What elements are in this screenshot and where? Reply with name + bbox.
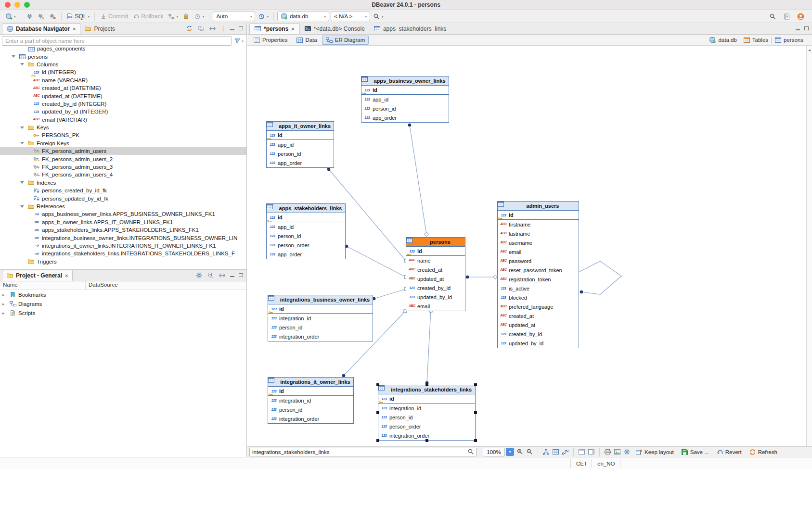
maximize-window-button[interactable]	[24, 2, 30, 8]
tree-item[interactable]: Triggers	[0, 258, 246, 265]
entity-field-person_id[interactable]: 123person_id	[268, 405, 353, 414]
zoom-out-icon[interactable]	[526, 449, 533, 455]
new-connection-button[interactable]: ▾	[4, 11, 17, 22]
edit-connection-button[interactable]	[36, 11, 46, 22]
entity-field-reset_password_token[interactable]: ABCreset_password_token	[498, 265, 579, 275]
breadcrumb-table[interactable]: persons	[774, 37, 803, 43]
entity-apps_it_owner_links[interactable]: apps_it_owner_links123id123app_id123pers…	[266, 121, 334, 168]
timezone-indicator[interactable]: CET	[570, 459, 593, 468]
tree-item[interactable]: pages_components	[0, 47, 246, 52]
transaction-log-button[interactable]: ▾	[193, 11, 206, 22]
commit-mode-select[interactable]: Auto▾	[213, 12, 255, 21]
entity-header[interactable]: apps_business_owner_links	[361, 76, 449, 86]
query-history-button[interactable]: ▾	[257, 11, 270, 22]
entity-field-person_order[interactable]: 123person_order	[267, 240, 345, 250]
close-tab-icon[interactable]: ×	[64, 273, 68, 278]
diagram-search-input[interactable]	[252, 449, 467, 455]
entity-field-is_active[interactable]: 123is_active	[498, 284, 579, 293]
minimize-view-icon[interactable]	[230, 273, 234, 277]
entity-admin_users[interactable]: admin_users123idABCfirstnameABClastnameA…	[497, 201, 579, 348]
collapse-all-icon[interactable]	[197, 25, 205, 32]
entity-field-id[interactable]: 123id	[268, 387, 353, 396]
tree-item[interactable]: ABCupdated_at (DATETIME)	[0, 92, 246, 100]
entity-field-updated_by_id[interactable]: 123updated_by_id	[406, 292, 465, 302]
selection-handle[interactable]	[376, 411, 379, 414]
column-header-name[interactable]: Name	[0, 281, 86, 290]
selection-handle[interactable]	[425, 383, 428, 386]
entity-field-firstname[interactable]: ABCfirstname	[498, 220, 579, 229]
tree-item[interactable]: ABCcreated_at (DATETIME)	[0, 84, 246, 92]
maximize-view-icon[interactable]	[239, 273, 243, 277]
tree-item[interactable]: PERSONS_PK	[0, 131, 246, 139]
tab-database-navigator[interactable]: Database Navigator ×	[2, 23, 80, 34]
tree-item[interactable]: persons_created_by_id_fk	[0, 187, 246, 194]
tree-item[interactable]: Columns	[0, 61, 246, 68]
entity-field-id[interactable]: 123id	[361, 86, 449, 95]
entity-field-id[interactable]: 123id	[378, 394, 475, 404]
entity-field-updated_at[interactable]: ABCupdated_at	[406, 274, 465, 283]
settings-gear-icon[interactable]	[195, 272, 203, 278]
editor-tab-persons[interactable]: *persons ×	[249, 23, 300, 34]
task-list-icon[interactable]	[783, 13, 790, 20]
lock-button[interactable]	[181, 11, 191, 22]
entity-field-app_order[interactable]: 123app_order	[267, 158, 334, 167]
palette-strip[interactable]: ◂	[806, 46, 812, 446]
entity-apps_business_owner_links[interactable]: apps_business_owner_links123id123app_id1…	[361, 76, 449, 123]
entity-field-id[interactable]: 123id	[498, 211, 579, 220]
entity-header[interactable]: integrations_business_owner_links	[268, 295, 373, 304]
database-select[interactable]: data.db▾	[277, 12, 329, 21]
entity-field-integration_id[interactable]: 123integration_id	[268, 396, 353, 405]
expander-icon[interactable]	[19, 61, 26, 67]
expander-icon[interactable]	[11, 53, 17, 60]
tree-item[interactable]: FK_persons_admin_users_3	[0, 163, 246, 171]
tree-item[interactable]: FK_persons_admin_users_4	[0, 171, 246, 178]
tree-item[interactable]: Foreign Keys	[0, 139, 246, 147]
tab-er-diagram[interactable]: ER Diagram	[322, 36, 369, 45]
user-avatar[interactable]	[797, 13, 804, 20]
entity-field-name[interactable]: ABCname	[406, 256, 465, 265]
toggle-palette-icon[interactable]	[578, 449, 585, 455]
entity-header[interactable]: apps_stakeholders_links	[267, 204, 345, 213]
entity-field-prefered_language[interactable]: ABCprefered_language	[498, 302, 579, 311]
expander-icon[interactable]	[19, 140, 26, 146]
refresh-button[interactable]: Refresh	[747, 447, 780, 457]
entity-field-id[interactable]: 123id	[267, 213, 345, 222]
entity-header[interactable]: integrations_it_owner_links	[268, 378, 353, 387]
tree-item[interactable]: persons_updated_by_id_fk	[0, 194, 246, 202]
entity-field-id[interactable]: 123id	[406, 247, 465, 256]
entity-field-id[interactable]: 123id	[267, 131, 334, 140]
toggle-outline-icon[interactable]	[588, 449, 595, 455]
connect-button[interactable]	[25, 11, 35, 22]
entity-field-registration_token[interactable]: ABCregistration_token	[498, 275, 579, 284]
transaction-mode-button[interactable]: ▾	[166, 11, 180, 22]
tree-item[interactable]: ⇒integrations_it_owner_links.INTEGRATION…	[0, 242, 246, 250]
entity-apps_stakeholders_links[interactable]: apps_stakeholders_links123id123app_id123…	[266, 203, 346, 259]
selection-handle[interactable]	[474, 439, 477, 442]
selection-handle[interactable]	[474, 383, 477, 386]
entity-field-created_by_id[interactable]: 123created_by_id	[498, 329, 579, 339]
entity-field-integration_id[interactable]: 123integration_id	[378, 404, 475, 413]
entity-field-person_id[interactable]: 123person_id	[361, 104, 449, 113]
entity-persons[interactable]: persons123idABCnameABCcreated_atABCupdat…	[406, 237, 465, 311]
close-tab-icon[interactable]: ×	[72, 26, 76, 32]
expander-icon[interactable]: ▸	[2, 302, 7, 306]
maximize-view-icon[interactable]	[804, 26, 809, 30]
rollback-button[interactable]: Rollback	[131, 11, 165, 22]
entity-field-password[interactable]: ABCpassword	[498, 256, 579, 265]
editor-tab-apps-stakeholders-links[interactable]: apps_stakeholders_links	[369, 23, 451, 34]
entity-integrations_it_owner_links[interactable]: integrations_it_owner_links123id123integ…	[268, 377, 354, 424]
tree-item[interactable]: Indexes	[0, 179, 246, 187]
entity-field-app_id[interactable]: 123app_id	[361, 95, 449, 104]
link-with-editor-icon[interactable]	[219, 272, 226, 278]
tree-item[interactable]: FK_persons_admin_users_2	[0, 155, 246, 163]
editor-tab-console[interactable]: *<data.db> Console	[300, 23, 369, 34]
print-icon[interactable]	[604, 449, 611, 455]
entity-field-person_id[interactable]: 123person_id	[267, 231, 345, 240]
auto-arrange-icon[interactable]	[542, 449, 550, 455]
expander-icon[interactable]	[19, 179, 26, 186]
zoom-level[interactable]: 100%	[483, 448, 505, 456]
selection-handle[interactable]	[425, 439, 428, 442]
save-button[interactable]: Save ...	[679, 447, 711, 457]
export-image-icon[interactable]	[614, 449, 621, 455]
refresh-tree-icon[interactable]	[186, 25, 193, 32]
